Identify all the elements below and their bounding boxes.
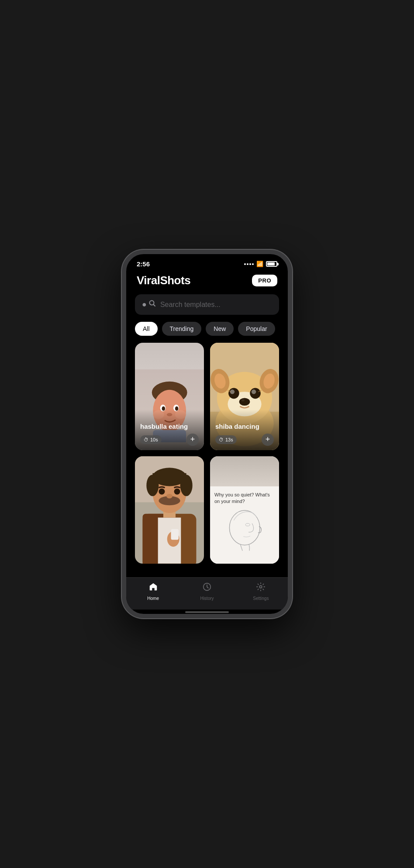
settings-icon	[256, 582, 266, 594]
signal-icon	[244, 263, 254, 265]
card-hasbulla-overlay: hasbulla eating ⏱ 10s +	[135, 410, 204, 450]
history-icon	[202, 582, 212, 594]
tab-trending[interactable]: Trending	[162, 322, 202, 336]
svg-point-26	[242, 399, 245, 401]
svg-point-24	[252, 389, 256, 394]
status-bar: 2:56 📶	[126, 254, 288, 270]
svg-line-1	[153, 305, 155, 307]
app-title: ViralShots	[137, 274, 190, 287]
clock-icon-2: ⏱	[219, 437, 224, 442]
svg-point-41	[166, 494, 172, 499]
time: 2:56	[137, 260, 150, 268]
card-quiet-image: Why you so quiet? What's on your mind?	[210, 456, 279, 564]
card-pedro-image	[135, 456, 204, 564]
card-shiba-footer: ⏱ 13s +	[215, 434, 274, 446]
filter-tabs: All Trending New Popular	[126, 322, 288, 343]
wifi-icon: 📶	[256, 261, 263, 267]
svg-point-40	[174, 488, 180, 494]
svg-point-36	[146, 475, 159, 496]
card-hasbulla-duration: ⏱ 10s	[140, 435, 162, 444]
tab-all[interactable]: All	[135, 322, 158, 336]
tab-home[interactable]: Home	[126, 582, 180, 601]
home-indicator	[185, 611, 229, 613]
card-shiba-overlay: shiba dancing ⏱ 13s +	[210, 410, 279, 450]
tab-settings-label: Settings	[253, 596, 269, 601]
card-shiba-image: shiba dancing ⏱ 13s +	[210, 343, 279, 450]
card-quiet[interactable]: Why you so quiet? What's on your mind?	[210, 456, 279, 564]
pro-badge[interactable]: PRO	[252, 275, 277, 286]
card-hasbulla-title: hasbulla eating	[140, 423, 199, 430]
tab-bar: Home History Settings	[126, 577, 288, 610]
main-scroll: ViralShots PRO ● Search templates... All…	[126, 270, 288, 577]
svg-point-47	[260, 586, 262, 588]
tab-new[interactable]: New	[206, 322, 234, 336]
tab-settings[interactable]: Settings	[234, 582, 288, 601]
quiet-text: Why you so quiet? What's on your mind?	[214, 492, 275, 505]
card-shiba-title: shiba dancing	[215, 423, 274, 430]
search-bar[interactable]: ● Search templates...	[135, 294, 279, 315]
card-shiba[interactable]: shiba dancing ⏱ 13s +	[210, 343, 279, 450]
card-pedro[interactable]	[135, 456, 204, 564]
card-hasbulla[interactable]: hasbulla eating ⏱ 10s +	[135, 343, 204, 450]
tab-history[interactable]: History	[180, 582, 234, 601]
battery-icon	[266, 261, 277, 267]
tab-history-label: History	[200, 596, 214, 601]
tab-popular[interactable]: Popular	[238, 322, 275, 336]
svg-point-39	[159, 488, 165, 494]
card-shiba-add[interactable]: +	[262, 434, 274, 446]
clock-icon: ⏱	[144, 437, 148, 442]
card-hasbulla-add[interactable]: +	[186, 434, 199, 446]
card-hasbulla-footer: ⏱ 10s +	[140, 434, 199, 446]
svg-point-45	[245, 524, 250, 526]
search-placeholder: Search templates...	[160, 301, 221, 309]
status-icons: 📶	[244, 261, 277, 267]
svg-point-25	[239, 398, 250, 406]
search-icon: ●	[142, 300, 156, 309]
app-header: ViralShots PRO	[126, 270, 288, 293]
phone-frame: 2:56 📶 ViralShots PRO ●	[122, 250, 292, 618]
tab-home-label: Home	[147, 596, 159, 601]
card-hasbulla-image: hasbulla eating ⏱ 10s +	[135, 343, 204, 450]
cards-grid: hasbulla eating ⏱ 10s +	[126, 343, 288, 572]
card-shiba-duration: ⏱ 13s	[215, 435, 237, 444]
home-icon	[148, 582, 158, 594]
svg-rect-43	[171, 529, 179, 540]
svg-point-37	[180, 475, 193, 496]
